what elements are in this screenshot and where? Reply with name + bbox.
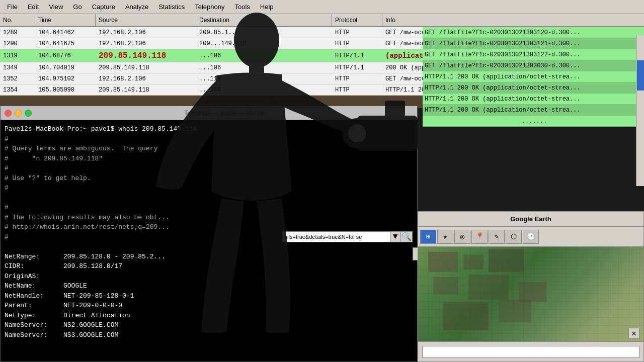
- google-earth-panel: Google Earth ⊞ ★ ◎ 📍 ✎ ⬡ 🕐 ✕: [418, 211, 644, 362]
- terminal-titlebar: Terminal — -bash — 80×24: [1, 106, 417, 120]
- col-header-time: Time: [35, 14, 96, 26]
- google-earth-bottom: ✕: [418, 341, 643, 361]
- menu-telephony[interactable]: Telephony: [190, 2, 229, 12]
- menu-help[interactable]: Help: [255, 2, 279, 12]
- packet-no: 1319: [0, 52, 35, 59]
- menu-view[interactable]: View: [44, 2, 68, 12]
- info-row: GET /flatfile?f1c-0203013021303121-d.300…: [423, 38, 644, 49]
- ge-path-btn[interactable]: ✎: [489, 230, 505, 244]
- ge-search-input[interactable]: [422, 346, 639, 358]
- col-header-source: Source: [96, 14, 196, 26]
- packet-src: 209.85.149.118: [96, 86, 196, 94]
- col-header-destination: Destination: [196, 14, 332, 26]
- terminal-parent: Parent: NET-209-0-0-0-0: [5, 301, 413, 311]
- menu-bar: File Edit View Go Capture Analyze Statis…: [0, 0, 644, 14]
- packet-no: 1289: [0, 29, 35, 36]
- menu-capture[interactable]: Capture: [87, 2, 120, 12]
- terminal-title: Terminal — -bash — 80×24: [35, 109, 413, 117]
- scrollbar-thumb[interactable]: [637, 60, 644, 90]
- minimize-button[interactable]: [15, 110, 22, 117]
- packet-dst: ...106: [196, 64, 332, 71]
- google-earth-titlebar: Google Earth: [418, 212, 643, 227]
- packet-time: 104.704919: [35, 64, 96, 71]
- ge-clock-btn[interactable]: 🕐: [523, 230, 539, 244]
- menu-file[interactable]: File: [2, 2, 23, 12]
- terminal-cidr: CIDR: 209.85.128.0/17: [5, 261, 413, 272]
- terminal-netrange: NetRange: 209.85.128.0 - 209.85.2...: [5, 252, 413, 262]
- terminal-nameserver2: NameServer: NS3.GOOGLE.COM: [5, 330, 413, 340]
- ge-pin-btn[interactable]: 📍: [471, 230, 488, 244]
- terminal-line: [5, 193, 413, 203]
- terminal-command-line: Pavel2s-MacBook-Pro:~ pavel$ whois 209.8…: [5, 124, 413, 134]
- terminal-nettype: NetType: Direct Allocation: [5, 311, 413, 321]
- info-row: .......: [423, 116, 644, 127]
- info-row: GET /flatfile?f1c-0203013021303122-d.300…: [423, 49, 644, 60]
- packet-proto: HTTP: [332, 29, 382, 36]
- packet-table-header: No. Time Source Destination Protocol Inf…: [0, 14, 644, 27]
- packet-no: 1349: [0, 64, 35, 71]
- packet-no: 1352: [0, 75, 35, 82]
- col-header-protocol: Protocol: [332, 14, 382, 26]
- info-panel: GET /flatfile?f1c-0203013021303120-d.300…: [423, 27, 644, 127]
- url-bar[interactable]: ails=true&details=true&N=fal se ▼ 🔍: [282, 231, 413, 242]
- ge-star-btn[interactable]: ★: [437, 230, 453, 244]
- info-row: HTTP/1.1 200 OK (application/octet-strea…: [423, 105, 644, 116]
- terminal-line: [5, 242, 413, 252]
- terminal-originas: OriginAS:: [5, 272, 413, 282]
- info-row: GET /flatfile?f1c-0203013021303120-d.300…: [423, 27, 644, 38]
- packet-src: 209.85.149.118: [96, 51, 196, 60]
- menu-analyze[interactable]: Analyze: [120, 2, 153, 12]
- packet-src: 192.168.2.106: [96, 29, 196, 36]
- packet-src: 209.85.149.118: [96, 64, 196, 71]
- terminal-netname: NetName: GOOGLE: [5, 281, 413, 291]
- terminal-nethandle: NetHandle: NET-209-85-128-0-1: [5, 291, 413, 301]
- terminal-nameserver1: NameServer: NS2.GOOGLE.COM: [5, 320, 413, 330]
- packet-proto: HTTP: [332, 75, 382, 82]
- packet-no: 1290: [0, 40, 35, 47]
- col-header-info: Info: [382, 14, 644, 26]
- terminal-line: # http://whois.arin.net/rest/nets;q=209.…: [5, 222, 413, 232]
- packet-dst: ...118: [196, 75, 332, 82]
- url-dropdown-btn[interactable]: ▼: [390, 232, 400, 242]
- packet-time: 105.005990: [35, 86, 96, 94]
- url-search-btn[interactable]: 🔍: [400, 232, 412, 242]
- scrollbar[interactable]: [636, 35, 644, 186]
- ge-polygon-btn[interactable]: ⬡: [506, 230, 522, 244]
- terminal-line: # Use "?" to get help.: [5, 173, 413, 184]
- ge-grid-btn[interactable]: ⊞: [420, 230, 436, 244]
- close-button[interactable]: [5, 110, 12, 117]
- packet-dst: 209.85.1...: [196, 29, 332, 36]
- close-icon[interactable]: ✕: [628, 328, 639, 339]
- packet-time: 104.68776: [35, 52, 96, 59]
- terminal-line: # "n 209.85.149.118": [5, 154, 413, 164]
- packet-src: 192.168.2.106: [96, 75, 196, 82]
- packet-proto: HTTP: [332, 40, 382, 47]
- google-earth-toolbar: ⊞ ★ ◎ 📍 ✎ ⬡ 🕐: [418, 227, 643, 247]
- info-row: HTTP/1.1 200 OK (application/octet-strea…: [423, 94, 644, 105]
- terminal-line: # Query terms are ambiguous. The query: [5, 144, 413, 154]
- menu-statistics[interactable]: Statistics: [153, 2, 190, 12]
- maximize-button[interactable]: [25, 110, 32, 117]
- packet-time: 104.641675: [35, 40, 96, 47]
- col-header-no: No.: [0, 14, 35, 26]
- packet-dst: ...106: [196, 52, 332, 59]
- menu-tools[interactable]: Tools: [229, 2, 255, 12]
- packet-proto: HTTP/1.1: [332, 52, 382, 59]
- packet-time: 104.975102: [35, 75, 96, 82]
- terminal-line: #: [5, 203, 413, 213]
- menu-edit[interactable]: Edit: [23, 2, 44, 12]
- packet-proto: HTTP/1.1: [332, 64, 382, 71]
- menu-go[interactable]: Go: [68, 2, 87, 12]
- info-row: HTTP/1.1 200 OK (application/octet-strea…: [423, 71, 644, 82]
- ge-layers-btn[interactable]: ◎: [454, 230, 470, 244]
- google-earth-map: [418, 247, 643, 341]
- packet-src: 192.168.2.106: [96, 40, 196, 47]
- terminal-line: #: [5, 163, 413, 173]
- packet-dst: 209...149.118: [196, 40, 332, 47]
- info-row: HTTP/1.1 200 OK (application/octet-strea…: [423, 82, 644, 94]
- url-text: ails=true&details=true&N=fal se: [282, 234, 364, 240]
- packet-proto: HTTP: [332, 86, 382, 94]
- terminal-line: #: [5, 134, 413, 144]
- packet-time: 104.641462: [35, 29, 96, 36]
- info-row: GET /flatfile?f1c-0203013021303030-d.300…: [423, 60, 644, 71]
